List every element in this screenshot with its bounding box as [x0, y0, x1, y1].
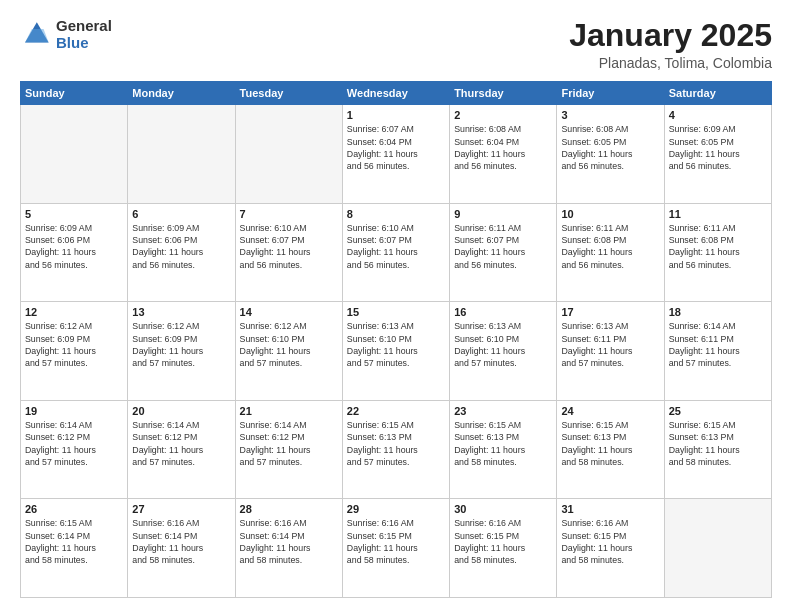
- col-thursday: Thursday: [450, 82, 557, 105]
- table-row: 10Sunrise: 6:11 AM Sunset: 6:08 PM Dayli…: [557, 203, 664, 302]
- table-row: 17Sunrise: 6:13 AM Sunset: 6:11 PM Dayli…: [557, 302, 664, 401]
- day-number: 9: [454, 208, 552, 220]
- day-info: Sunrise: 6:15 AM Sunset: 6:13 PM Dayligh…: [561, 419, 659, 468]
- day-info: Sunrise: 6:11 AM Sunset: 6:08 PM Dayligh…: [561, 222, 659, 271]
- table-row: [128, 105, 235, 204]
- day-number: 22: [347, 405, 445, 417]
- table-row: 24Sunrise: 6:15 AM Sunset: 6:13 PM Dayli…: [557, 400, 664, 499]
- day-info: Sunrise: 6:10 AM Sunset: 6:07 PM Dayligh…: [347, 222, 445, 271]
- day-info: Sunrise: 6:10 AM Sunset: 6:07 PM Dayligh…: [240, 222, 338, 271]
- day-number: 16: [454, 306, 552, 318]
- day-info: Sunrise: 6:16 AM Sunset: 6:14 PM Dayligh…: [132, 517, 230, 566]
- title-block: January 2025 Planadas, Tolima, Colombia: [569, 18, 772, 71]
- day-number: 21: [240, 405, 338, 417]
- day-info: Sunrise: 6:07 AM Sunset: 6:04 PM Dayligh…: [347, 123, 445, 172]
- col-tuesday: Tuesday: [235, 82, 342, 105]
- day-number: 18: [669, 306, 767, 318]
- day-info: Sunrise: 6:12 AM Sunset: 6:10 PM Dayligh…: [240, 320, 338, 369]
- col-monday: Monday: [128, 82, 235, 105]
- day-number: 29: [347, 503, 445, 515]
- logo-blue-label: Blue: [56, 35, 112, 52]
- logo-icon: [20, 19, 52, 51]
- day-number: 5: [25, 208, 123, 220]
- table-row: 5Sunrise: 6:09 AM Sunset: 6:06 PM Daylig…: [21, 203, 128, 302]
- header: General Blue January 2025 Planadas, Toli…: [20, 18, 772, 71]
- page: General Blue January 2025 Planadas, Toli…: [0, 0, 792, 612]
- table-row: 16Sunrise: 6:13 AM Sunset: 6:10 PM Dayli…: [450, 302, 557, 401]
- day-info: Sunrise: 6:12 AM Sunset: 6:09 PM Dayligh…: [132, 320, 230, 369]
- day-number: 12: [25, 306, 123, 318]
- table-row: 18Sunrise: 6:14 AM Sunset: 6:11 PM Dayli…: [664, 302, 771, 401]
- day-number: 6: [132, 208, 230, 220]
- day-info: Sunrise: 6:13 AM Sunset: 6:11 PM Dayligh…: [561, 320, 659, 369]
- table-row: 31Sunrise: 6:16 AM Sunset: 6:15 PM Dayli…: [557, 499, 664, 598]
- table-row: 22Sunrise: 6:15 AM Sunset: 6:13 PM Dayli…: [342, 400, 449, 499]
- table-row: 21Sunrise: 6:14 AM Sunset: 6:12 PM Dayli…: [235, 400, 342, 499]
- day-info: Sunrise: 6:11 AM Sunset: 6:07 PM Dayligh…: [454, 222, 552, 271]
- day-info: Sunrise: 6:15 AM Sunset: 6:13 PM Dayligh…: [669, 419, 767, 468]
- table-row: 27Sunrise: 6:16 AM Sunset: 6:14 PM Dayli…: [128, 499, 235, 598]
- logo-general-label: General: [56, 18, 112, 35]
- week-row-4: 26Sunrise: 6:15 AM Sunset: 6:14 PM Dayli…: [21, 499, 772, 598]
- day-info: Sunrise: 6:14 AM Sunset: 6:12 PM Dayligh…: [25, 419, 123, 468]
- day-info: Sunrise: 6:09 AM Sunset: 6:06 PM Dayligh…: [25, 222, 123, 271]
- table-row: 12Sunrise: 6:12 AM Sunset: 6:09 PM Dayli…: [21, 302, 128, 401]
- col-friday: Friday: [557, 82, 664, 105]
- day-info: Sunrise: 6:16 AM Sunset: 6:15 PM Dayligh…: [347, 517, 445, 566]
- table-row: [21, 105, 128, 204]
- table-row: 13Sunrise: 6:12 AM Sunset: 6:09 PM Dayli…: [128, 302, 235, 401]
- week-row-1: 5Sunrise: 6:09 AM Sunset: 6:06 PM Daylig…: [21, 203, 772, 302]
- table-row: 7Sunrise: 6:10 AM Sunset: 6:07 PM Daylig…: [235, 203, 342, 302]
- day-number: 23: [454, 405, 552, 417]
- day-number: 2: [454, 109, 552, 121]
- calendar-header-row: Sunday Monday Tuesday Wednesday Thursday…: [21, 82, 772, 105]
- day-number: 24: [561, 405, 659, 417]
- day-info: Sunrise: 6:15 AM Sunset: 6:13 PM Dayligh…: [347, 419, 445, 468]
- day-number: 8: [347, 208, 445, 220]
- day-number: 15: [347, 306, 445, 318]
- day-info: Sunrise: 6:08 AM Sunset: 6:04 PM Dayligh…: [454, 123, 552, 172]
- table-row: 19Sunrise: 6:14 AM Sunset: 6:12 PM Dayli…: [21, 400, 128, 499]
- table-row: 20Sunrise: 6:14 AM Sunset: 6:12 PM Dayli…: [128, 400, 235, 499]
- col-sunday: Sunday: [21, 82, 128, 105]
- table-row: 3Sunrise: 6:08 AM Sunset: 6:05 PM Daylig…: [557, 105, 664, 204]
- table-row: 30Sunrise: 6:16 AM Sunset: 6:15 PM Dayli…: [450, 499, 557, 598]
- day-number: 1: [347, 109, 445, 121]
- day-info: Sunrise: 6:11 AM Sunset: 6:08 PM Dayligh…: [669, 222, 767, 271]
- day-info: Sunrise: 6:13 AM Sunset: 6:10 PM Dayligh…: [347, 320, 445, 369]
- table-row: [664, 499, 771, 598]
- week-row-3: 19Sunrise: 6:14 AM Sunset: 6:12 PM Dayli…: [21, 400, 772, 499]
- day-number: 19: [25, 405, 123, 417]
- day-number: 25: [669, 405, 767, 417]
- day-number: 7: [240, 208, 338, 220]
- day-info: Sunrise: 6:12 AM Sunset: 6:09 PM Dayligh…: [25, 320, 123, 369]
- table-row: [235, 105, 342, 204]
- table-row: 15Sunrise: 6:13 AM Sunset: 6:10 PM Dayli…: [342, 302, 449, 401]
- day-number: 3: [561, 109, 659, 121]
- logo: General Blue: [20, 18, 112, 51]
- table-row: 4Sunrise: 6:09 AM Sunset: 6:05 PM Daylig…: [664, 105, 771, 204]
- table-row: 6Sunrise: 6:09 AM Sunset: 6:06 PM Daylig…: [128, 203, 235, 302]
- table-row: 28Sunrise: 6:16 AM Sunset: 6:14 PM Dayli…: [235, 499, 342, 598]
- table-row: 14Sunrise: 6:12 AM Sunset: 6:10 PM Dayli…: [235, 302, 342, 401]
- table-row: 1Sunrise: 6:07 AM Sunset: 6:04 PM Daylig…: [342, 105, 449, 204]
- day-info: Sunrise: 6:13 AM Sunset: 6:10 PM Dayligh…: [454, 320, 552, 369]
- title-location: Planadas, Tolima, Colombia: [569, 55, 772, 71]
- day-number: 4: [669, 109, 767, 121]
- week-row-2: 12Sunrise: 6:12 AM Sunset: 6:09 PM Dayli…: [21, 302, 772, 401]
- day-number: 20: [132, 405, 230, 417]
- table-row: 9Sunrise: 6:11 AM Sunset: 6:07 PM Daylig…: [450, 203, 557, 302]
- day-number: 30: [454, 503, 552, 515]
- table-row: 11Sunrise: 6:11 AM Sunset: 6:08 PM Dayli…: [664, 203, 771, 302]
- day-number: 10: [561, 208, 659, 220]
- day-number: 17: [561, 306, 659, 318]
- day-info: Sunrise: 6:16 AM Sunset: 6:15 PM Dayligh…: [561, 517, 659, 566]
- day-number: 13: [132, 306, 230, 318]
- day-number: 27: [132, 503, 230, 515]
- day-number: 31: [561, 503, 659, 515]
- calendar-table: Sunday Monday Tuesday Wednesday Thursday…: [20, 81, 772, 598]
- table-row: 8Sunrise: 6:10 AM Sunset: 6:07 PM Daylig…: [342, 203, 449, 302]
- table-row: 25Sunrise: 6:15 AM Sunset: 6:13 PM Dayli…: [664, 400, 771, 499]
- table-row: 29Sunrise: 6:16 AM Sunset: 6:15 PM Dayli…: [342, 499, 449, 598]
- day-info: Sunrise: 6:15 AM Sunset: 6:14 PM Dayligh…: [25, 517, 123, 566]
